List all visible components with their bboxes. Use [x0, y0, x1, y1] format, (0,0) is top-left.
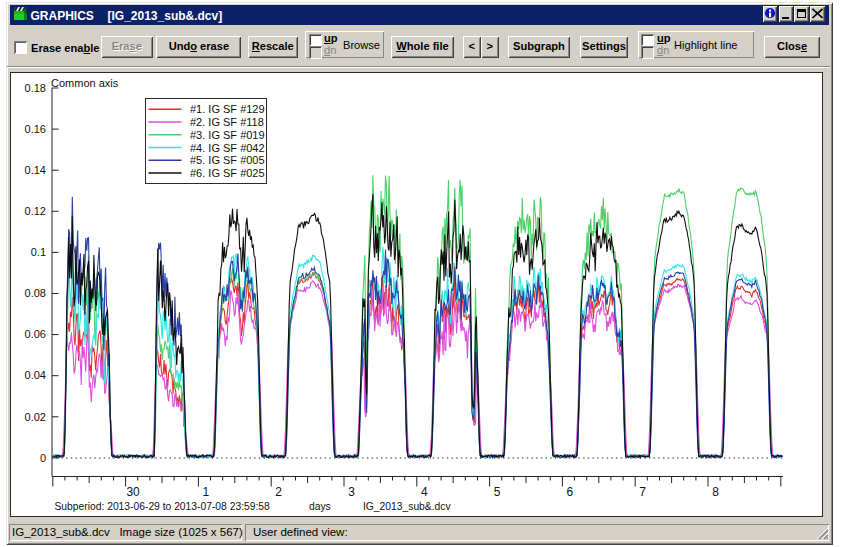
svg-text:5: 5 — [494, 485, 501, 499]
svg-text:0.02: 0.02 — [25, 411, 46, 423]
svg-text:days: days — [309, 501, 331, 512]
svg-text:0.16: 0.16 — [25, 123, 46, 135]
svg-text:0: 0 — [40, 452, 46, 464]
svg-text:#3. IG SF #019: #3. IG SF #019 — [190, 129, 265, 141]
svg-text:7: 7 — [639, 485, 646, 499]
svg-text:Subperiod: 2013-06-29 to 2013-: Subperiod: 2013-06-29 to 2013-07-08 23:5… — [55, 501, 271, 512]
svg-text:Common axis: Common axis — [51, 77, 119, 89]
svg-text:30: 30 — [126, 485, 140, 499]
svg-text:6: 6 — [567, 485, 574, 499]
svg-text:0.12: 0.12 — [25, 205, 46, 217]
svg-text:0.1: 0.1 — [31, 246, 46, 258]
svg-text:2: 2 — [275, 485, 282, 499]
svg-text:4: 4 — [421, 485, 428, 499]
svg-text:0.08: 0.08 — [25, 287, 46, 299]
svg-text:0.18: 0.18 — [25, 82, 46, 94]
svg-text:0.14: 0.14 — [25, 164, 46, 176]
svg-text:#4. IG SF #042: #4. IG SF #042 — [190, 142, 265, 154]
svg-text:8: 8 — [712, 485, 719, 499]
svg-text:#1. IG SF #129: #1. IG SF #129 — [190, 103, 265, 115]
svg-text:1: 1 — [203, 485, 210, 499]
svg-text:#5. IG SF #005: #5. IG SF #005 — [190, 154, 265, 166]
svg-text:IG_2013_sub&.dcv: IG_2013_sub&.dcv — [363, 501, 451, 512]
svg-text:3: 3 — [348, 485, 355, 499]
svg-text:0.04: 0.04 — [25, 369, 46, 381]
svg-text:#6. IG SF #025: #6. IG SF #025 — [190, 167, 265, 179]
svg-text:#2. IG SF #118: #2. IG SF #118 — [190, 116, 264, 128]
svg-text:0.06: 0.06 — [25, 328, 46, 340]
